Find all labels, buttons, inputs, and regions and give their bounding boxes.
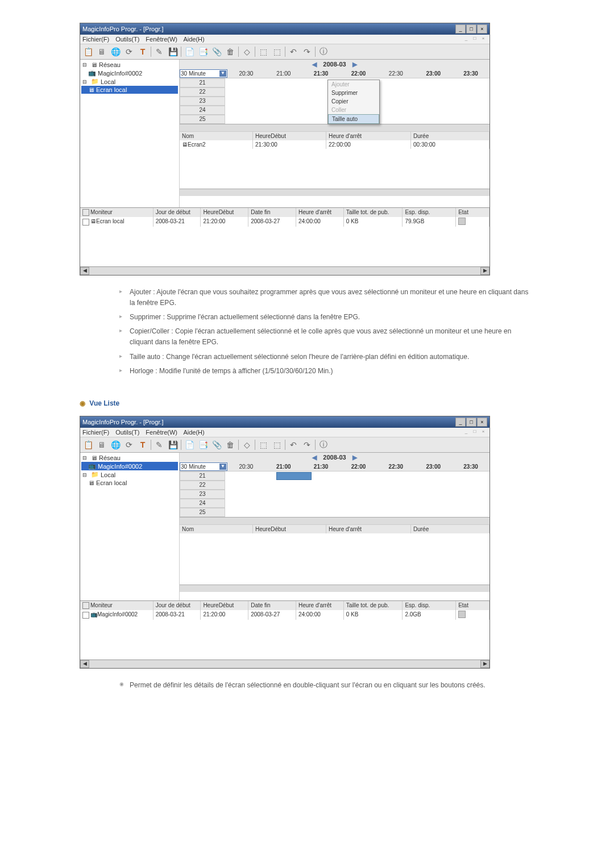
epg-body[interactable]: 21 22 23 24 25 [180,471,489,517]
feature-list-2: Permet de définir les détails de l'écran… [97,680,534,691]
menu-help[interactable]: Aide(H) [183,429,204,436]
tool-icon-14[interactable]: ⬚ [271,439,283,450]
tool-icon-5[interactable]: T [137,46,148,57]
bottom-hscroll[interactable]: ◀ ▶ [80,266,489,275]
tool-icon-11[interactable]: 🗑 [225,46,236,57]
dropdown-icon[interactable]: ▼ [219,70,226,77]
tool-icon-12[interactable]: ◇ [241,46,252,57]
tree-local[interactable]: ⊟📁Local [81,77,178,86]
checkbox[interactable] [82,602,89,609]
redo-icon[interactable]: ↷ [301,439,313,450]
checkbox[interactable] [82,612,89,619]
tool-icon-1[interactable]: 📋 [82,46,94,57]
tool-icon-2[interactable]: 🖥 [96,439,107,450]
tool-icon-10[interactable]: 📎 [211,46,222,57]
context-autosize[interactable]: Taille auto [328,114,379,124]
tree-magicinfo-selected[interactable]: 📺MagicInfo#0002 [81,462,178,470]
tool-icon-14[interactable]: ⬚ [271,46,283,57]
interval-select[interactable]: 30 Minute▼ [180,462,227,471]
info-icon[interactable]: ⓘ [318,439,329,450]
tool-icon-9[interactable]: 📑 [197,46,209,57]
tool-icon-4[interactable]: ⟳ [123,46,135,57]
tree-ecran-local-selected[interactable]: 🖥Ecran local [81,86,178,94]
sub-close-icon[interactable]: × [479,429,487,436]
bullet-clock: Horloge : Modifie l'unité de temps à aff… [119,366,534,377]
next-month-icon[interactable]: ▶ [348,61,362,68]
tree-reseau[interactable]: ⊟🖥Réseau [81,454,178,462]
menu-file[interactable]: Fichier(F) [82,429,109,436]
bottom-row[interactable]: 🖥Ecran local 2008-03-21 21:20:00 2008-03… [80,217,489,226]
redo-icon[interactable]: ↷ [301,46,313,57]
tool-icon-3[interactable]: 🌐 [110,46,121,57]
prev-month-icon[interactable]: ◀ [308,454,321,461]
undo-icon[interactable]: ↶ [288,439,299,450]
tool-icon-3[interactable]: 🌐 [110,439,121,450]
menu-window[interactable]: Fenêtre(W) [146,429,177,436]
schedule-row[interactable]: 🖥Ecran2 21:30:00 22:00:00 00:30:00 [180,140,489,149]
dropdown-icon[interactable]: ▼ [219,464,226,470]
col-nom: Nom [180,132,253,140]
menu-tools[interactable]: Outils(T) [115,36,139,43]
close-icon[interactable]: × [477,418,487,427]
menu-window[interactable]: Fenêtre(W) [146,36,177,43]
minimize-icon[interactable]: _ [455,418,466,427]
tree-magicinfo[interactable]: 📺MagicInfo#0002 [81,69,178,77]
tool-icon-6[interactable]: ✎ [154,439,165,450]
checkbox[interactable] [82,209,89,216]
row-label: 23 [180,97,225,106]
context-add[interactable]: Ajouter [328,80,379,89]
next-month-icon[interactable]: ▶ [348,454,362,461]
scroll-right-icon: ▶ [480,660,489,668]
menu-tools[interactable]: Outils(T) [115,429,139,436]
tool-icon-1[interactable]: 📋 [82,439,94,450]
sub-minimize-icon[interactable]: _ [462,36,470,43]
menu-file[interactable]: Fichier(F) [82,36,109,43]
tool-icon-2[interactable]: 🖥 [96,46,107,57]
epg-body[interactable]: 21 22 23 24 25 Ajouter Supprimer Copier … [180,78,489,124]
close-icon[interactable]: × [477,24,487,34]
bullet-delete: Supprimer : Supprime l'écran actuellemen… [119,312,534,323]
list-hscroll[interactable] [180,189,489,196]
tool-icon-6[interactable]: ✎ [154,46,165,57]
interval-select[interactable]: 30 Minute▼ [180,69,227,78]
tool-icon-7[interactable]: 💾 [167,46,179,57]
tree-local[interactable]: ⊟📁Local [81,470,178,479]
tool-icon-8[interactable]: 📄 [184,46,195,57]
tool-icon-7[interactable]: 💾 [167,439,179,450]
tool-icon-11[interactable]: 🗑 [225,439,236,450]
tool-icon-5[interactable]: T [137,439,148,450]
minimize-icon[interactable]: _ [455,24,466,34]
epg-hscroll[interactable] [180,124,489,131]
tool-icon-13[interactable]: ⬚ [258,46,269,57]
sub-restore-icon[interactable]: □ [471,429,479,436]
tool-icon-9[interactable]: 📑 [197,439,209,450]
sub-minimize-icon[interactable]: _ [462,429,470,436]
tree-ecran-local[interactable]: 🖥Ecran local [81,479,178,487]
sub-restore-icon[interactable]: □ [471,36,479,43]
tree-reseau[interactable]: ⊟🖥Réseau [81,61,178,69]
context-paste[interactable]: Coller [328,106,379,114]
time-header: 30 Minute▼ 20:30 21:00 21:30 22:00 22:30… [180,462,489,471]
checkbox[interactable] [82,219,89,226]
epg-hscroll[interactable] [180,517,489,524]
context-delete[interactable]: Supprimer [328,89,379,97]
maximize-icon[interactable]: □ [466,418,476,427]
sub-close-icon[interactable]: × [479,36,487,43]
tool-icon-8[interactable]: 📄 [184,439,195,450]
scroll-left-icon: ◀ [80,267,89,275]
tool-icon-12[interactable]: ◇ [241,439,252,450]
bottom-row[interactable]: 📺MagicInfo#0002 2008-03-21 21:20:00 2008… [80,610,489,619]
epg-program-block[interactable] [276,472,312,480]
menu-help[interactable]: Aide(H) [183,36,204,43]
tool-icon-13[interactable]: ⬚ [258,439,269,450]
prev-month-icon[interactable]: ◀ [308,61,321,68]
info-icon[interactable]: ⓘ [318,46,329,57]
list-hscroll[interactable] [180,585,489,592]
bottom-hscroll[interactable]: ◀ ▶ [80,660,489,668]
tool-icon-4[interactable]: ⟳ [123,439,135,450]
context-menu: Ajouter Supprimer Copier Coller Taille a… [327,80,380,124]
tool-icon-10[interactable]: 📎 [211,439,222,450]
undo-icon[interactable]: ↶ [288,46,299,57]
context-copy[interactable]: Copier [328,97,379,106]
maximize-icon[interactable]: □ [466,24,476,34]
